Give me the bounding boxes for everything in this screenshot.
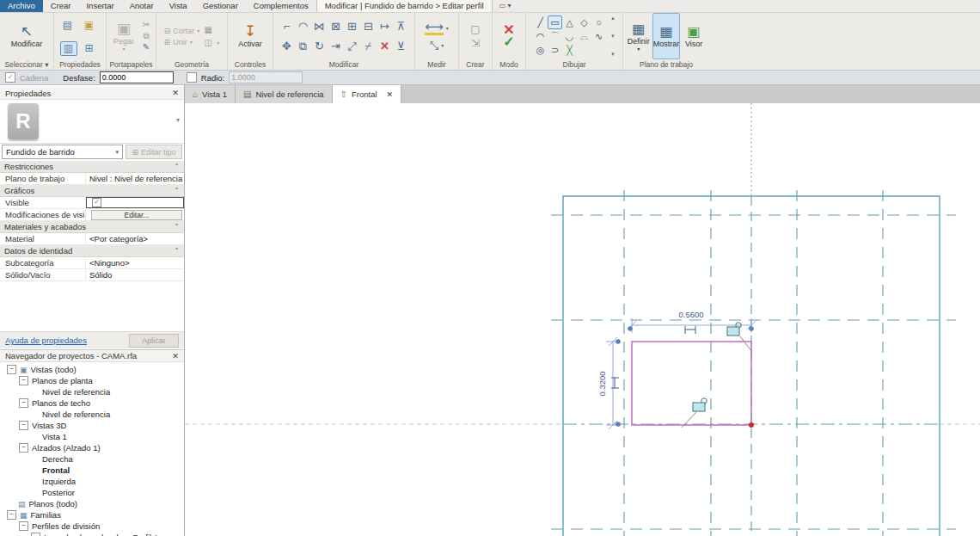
activate-controls-button[interactable]: ↧ Activar: [235, 23, 266, 49]
tree-expander-icon[interactable]: −: [19, 443, 28, 453]
property-value[interactable]: ✓: [86, 197, 184, 208]
menu-tab-archivo[interactable]: Archivo: [0, 0, 43, 12]
group-label-medir[interactable]: Medir: [415, 59, 458, 70]
pin-element-icon[interactable]: ⊼: [393, 16, 409, 36]
delete-icon[interactable]: ✕: [377, 36, 393, 56]
type-properties-icon[interactable]: ▤: [60, 19, 76, 32]
menu-tab-complementos[interactable]: Complementos: [246, 0, 316, 12]
dimension-width-value[interactable]: 0.5600: [678, 310, 703, 319]
view-tab-vista-1[interactable]: ⌂Vista 1: [185, 85, 236, 103]
reference-planes[interactable]: [551, 103, 956, 536]
property-section-datos-de-identidad[interactable]: Datos de identidad⌃: [0, 245, 184, 257]
dimension-width-handle[interactable]: [685, 326, 695, 334]
tree-expander-icon[interactable]: −: [19, 376, 28, 385]
properties-palette-icon[interactable]: ▥: [60, 41, 77, 56]
copy-icon[interactable]: ⧉: [295, 36, 311, 56]
draw-arc-tangent-icon[interactable]: ◡: [562, 29, 577, 43]
modify-button[interactable]: ↖ Modificar: [8, 23, 46, 49]
dimension-height-handle[interactable]: [611, 378, 619, 388]
ribbon-display-toggle[interactable]: ▭ ▾: [493, 0, 518, 12]
show-workplane-button[interactable]: ▦ Mostrar: [652, 13, 681, 59]
split-icon[interactable]: ⊟: [360, 16, 377, 36]
tree-item-izquierda[interactable]: Izquierda: [0, 476, 184, 487]
draw-pick-lines-icon[interactable]: ╳: [562, 43, 577, 57]
expand-gallery-icon[interactable]: ▼: [610, 52, 616, 57]
group-label-modo[interactable]: Modo: [493, 59, 525, 70]
group-label-crear[interactable]: Crear: [459, 59, 492, 70]
tree-item-planos-todo[interactable]: ▤Planos (todo): [0, 498, 184, 509]
lock-constraint-right[interactable]: [727, 323, 752, 352]
origin-point[interactable]: [749, 422, 754, 428]
new-type-icon[interactable]: ▣: [82, 19, 97, 32]
tree-item-nivel-de-referencia[interactable]: Nivel de referencia: [0, 386, 184, 397]
draw-arc-icon[interactable]: ◠: [533, 29, 548, 43]
project-browser-close-icon[interactable]: ✕: [172, 352, 179, 360]
property-value[interactable]: <Por categoría>: [86, 233, 184, 244]
tree-item-perfiles-de-divisi-n[interactable]: −Perfiles de división: [0, 521, 184, 532]
offset-input[interactable]: [100, 71, 174, 83]
group-label-dibujar[interactable]: Dibujar: [526, 59, 622, 70]
drawing-area[interactable]: 0.5600 0.3200: [185, 103, 980, 536]
family-types-icon[interactable]: ⊞: [82, 42, 97, 55]
menu-tab-vista[interactable]: Vista: [162, 0, 195, 12]
match-type-icon[interactable]: ✎: [140, 42, 152, 52]
workplane-viewer-button[interactable]: ▣ Visor: [681, 14, 707, 59]
tree-item-alzados-alzado-1[interactable]: −Alzados (Alzado 1): [0, 442, 184, 453]
property-section-materiales-y-acabados[interactable]: Materiales y acabados⌃: [0, 221, 184, 233]
mirror-draw-icon[interactable]: ⊠: [328, 16, 344, 36]
type-selector[interactable]: Fundido de barrido ▾: [2, 145, 123, 159]
tree-item-nivel-de-referencia[interactable]: Nivel de referencia: [0, 409, 184, 420]
trim-icon[interactable]: ⇥: [328, 36, 344, 56]
draw-spline-icon[interactable]: ∿: [591, 29, 606, 43]
unpin-icon[interactable]: ⊻: [393, 36, 409, 56]
draw-polygon2-icon[interactable]: ◇: [577, 15, 591, 29]
tree-expander-icon[interactable]: −: [7, 510, 16, 520]
group-label-seleccionar[interactable]: Seleccionar ▾: [0, 59, 53, 70]
draw-ellipse-icon[interactable]: ◎: [533, 43, 548, 57]
mirror-axis-icon[interactable]: ⋈: [311, 16, 328, 36]
collapse-chevron-icon[interactable]: ⌃: [174, 247, 180, 255]
group-label-portapapeles[interactable]: Portapapeles: [107, 59, 156, 70]
tree-expander-icon[interactable]: −: [19, 521, 28, 531]
draw-rectangle-icon[interactable]: ▭: [548, 15, 562, 29]
property-value[interactable]: Sólido: [86, 269, 184, 280]
sketch-rectangle[interactable]: [632, 342, 751, 425]
group-label-propiedades[interactable]: Propiedades: [54, 59, 106, 70]
tree-item-posterior[interactable]: Posterior: [0, 487, 184, 498]
tree-item-vistas-3d[interactable]: −Vistas 3D: [0, 420, 184, 431]
menu-tab-gestionar[interactable]: Gestionar: [195, 0, 246, 12]
draw-polygon-icon[interactable]: △: [562, 15, 577, 29]
menu-tab-crear[interactable]: Crear: [43, 0, 79, 12]
tree-item-frontal[interactable]: Frontal: [0, 465, 184, 476]
draw-line-icon[interactable]: ╱: [533, 15, 548, 29]
insert-icon[interactable]: ↦: [377, 16, 393, 36]
measure-diagonal-icon[interactable]: ⤡: [430, 39, 438, 52]
lock-constraint-bottom[interactable]: [682, 398, 707, 428]
tree-item-familias[interactable]: −▦Familias: [0, 509, 184, 521]
menu-tab-anotar[interactable]: Anotar: [122, 0, 162, 12]
scale-icon[interactable]: ⤢: [344, 36, 360, 56]
tree-item-losa-de-placa-alveolar-perfil-a[interactable]: −Losa de placa alveolar - Perfil A: [0, 532, 184, 536]
group-label-geometria[interactable]: Geometría: [156, 59, 227, 70]
menu-tab-insertar[interactable]: Insertar: [78, 0, 121, 12]
preview-dropdown-icon[interactable]: ▾: [176, 116, 180, 124]
dimension-height[interactable]: [606, 337, 621, 429]
view-tab-frontal[interactable]: ⇧Frontal✕: [333, 85, 402, 103]
property-section-gr-ficos[interactable]: Gráficos⌃: [0, 185, 184, 197]
property-section-restricciones[interactable]: Restricciones⌃: [0, 161, 184, 173]
tree-item-planos-de-planta[interactable]: −Planos de planta: [0, 375, 184, 386]
property-value[interactable]: <Ninguno>: [86, 257, 184, 268]
property-value[interactable]: Editar...: [86, 209, 184, 220]
measure-icon[interactable]: ⟷: [425, 21, 444, 35]
visible-checkbox[interactable]: ✓: [92, 198, 101, 207]
draw-partial-ellipse-icon[interactable]: ⊃: [548, 43, 562, 57]
split-element-icon[interactable]: ⌿: [360, 36, 377, 56]
tree-item-derecha[interactable]: Derecha: [0, 453, 184, 465]
draw-arc-center-icon[interactable]: ⌒: [548, 29, 562, 43]
properties-help-link[interactable]: Ayuda de propiedades: [5, 336, 87, 345]
rotate-icon[interactable]: ↻: [311, 36, 328, 56]
collapse-chevron-icon[interactable]: ⌃: [174, 163, 180, 170]
group-label-plano-de-trabajo[interactable]: Plano de trabajo: [623, 59, 709, 70]
chain-checkbox[interactable]: ✓: [5, 72, 15, 83]
offset-icon[interactable]: ◠: [295, 16, 311, 36]
